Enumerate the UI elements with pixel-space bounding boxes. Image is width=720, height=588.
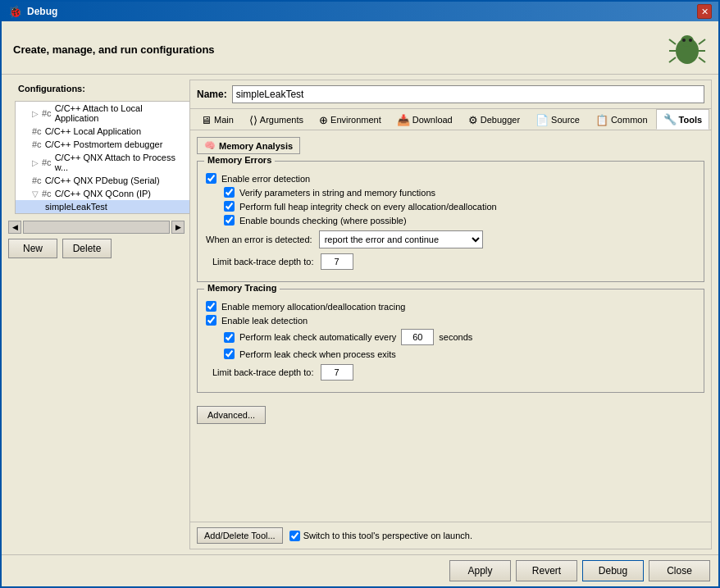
apply-button[interactable]: Apply [449, 560, 511, 581]
title-bar: 🐞 Debug ✕ [2, 2, 718, 21]
svg-line-6 [669, 57, 676, 62]
sidebar-item-local-app[interactable]: #c C/C++ Local Application [16, 125, 190, 138]
memory-analysis-label: Memory Analysis [219, 141, 293, 151]
window-header: Create, manage, and run configurations [2, 21, 718, 75]
bounds-check-label: Enable bounds checking (where possible) [239, 216, 407, 226]
configurations-list[interactable]: ▷ #c C/C++ Attach to Local Application #… [15, 101, 191, 214]
tracing-backtrace-input[interactable] [321, 364, 353, 381]
right-panel: Name: 🖥 Main ⟨⟩ Arguments ⊕ Environment [189, 80, 712, 549]
tab-tools[interactable]: 🔧 Tools [656, 109, 710, 130]
revert-button[interactable]: Revert [516, 560, 577, 581]
name-label: Name: [197, 89, 227, 100]
sidebar-item-qnx-pdebug[interactable]: #c C/C++ QNX PDebug (Serial) [16, 174, 190, 187]
full-heap-checkbox[interactable] [224, 201, 235, 212]
debug-window: 🐞 Debug ✕ Create, manage, and run config… [0, 0, 720, 588]
source-icon: 📄 [535, 114, 549, 126]
backtrace-depth-input[interactable] [321, 253, 353, 270]
tab-arguments[interactable]: ⟨⟩ Arguments [242, 109, 311, 130]
sidebar-item-qnx-attach[interactable]: ▷ #c C/C++ QNX Attach to Process w... [16, 151, 190, 174]
sidebar-item-simpleleaktest[interactable]: simpleLeakTest [16, 200, 190, 213]
sidebar-item-label: C/C++ Postmortem debugger [45, 139, 163, 149]
tab-label: Arguments [260, 115, 303, 125]
expand-icon: ▷ [32, 158, 39, 167]
item-marker: #c [32, 139, 42, 149]
full-heap-label: Perform full heap integrity check on eve… [239, 202, 497, 212]
switch-checkbox[interactable] [289, 531, 300, 541]
bounds-check-checkbox[interactable] [224, 215, 235, 226]
leak-check-auto-checkbox[interactable] [224, 332, 235, 343]
tabs-bar: 🖥 Main ⟨⟩ Arguments ⊕ Environment 📥 Down… [190, 109, 711, 130]
enable-leak-checkbox[interactable] [206, 315, 216, 326]
leak-check-exit-label: Perform leak check when process exits [239, 349, 396, 359]
verify-params-label: Verify parameters in string and memory f… [239, 188, 435, 198]
tab-debugger[interactable]: ⚙ Debugger [461, 109, 527, 130]
leak-check-exit-checkbox[interactable] [224, 349, 235, 359]
sidebar-item-label: C/C++ QNX Attach to Process w... [55, 153, 187, 172]
enable-tracing-label: Enable memory allocation/deallocation tr… [221, 302, 405, 312]
memory-analysis-tab[interactable]: 🧠 Memory Analysis [197, 137, 300, 154]
tracing-backtrace-label: Limit back-trace depth to: [206, 367, 314, 377]
item-marker: #c [42, 189, 52, 198]
memory-tracing-section: Memory Tracing Enable memory allocation/… [197, 289, 704, 393]
close-window-button[interactable]: ✕ [697, 4, 712, 19]
enable-leak-label: Enable leak detection [221, 316, 308, 326]
scrollbar[interactable] [23, 221, 170, 234]
leak-check-auto-row: Perform leak check automatically every s… [206, 329, 695, 345]
svg-line-7 [699, 57, 705, 62]
leak-seconds-input[interactable] [401, 329, 434, 345]
new-delete-row: New Delete [8, 235, 185, 262]
main-content: Configurations: ▷ #c C/C++ Attach to Loc… [2, 75, 718, 554]
advanced-button[interactable]: Advanced... [197, 406, 266, 424]
sidebar-item-postmortem[interactable]: #c C/C++ Postmortem debugger [16, 138, 190, 151]
tab-label: Environment [330, 115, 381, 125]
tools-icon: 🔧 [663, 113, 677, 125]
memory-tracing-title: Memory Tracing [204, 283, 280, 293]
enable-error-detection-checkbox[interactable] [206, 173, 216, 184]
footer: Apply Revert Debug Close [2, 554, 718, 586]
sidebar-item-label: simpleLeakTest [45, 202, 107, 212]
tracing-backtrace-row: Limit back-trace depth to: [206, 364, 695, 381]
enable-error-detection-label: Enable error detection [221, 174, 310, 184]
scroll-left-button[interactable]: ◀ [8, 221, 21, 234]
sidebar-item-qnx-qconn[interactable]: ▽ #c C/C++ QNX QConn (IP) [16, 187, 190, 200]
leak-check-auto-label: Perform leak check automatically every [239, 332, 396, 342]
tab-label: Tools [679, 115, 703, 125]
close-button[interactable]: Close [649, 560, 710, 581]
name-input[interactable] [232, 85, 704, 103]
verify-params-row: Verify parameters in string and memory f… [206, 187, 695, 198]
tab-common[interactable]: 📋 Common [588, 109, 655, 130]
item-marker: #c [42, 108, 52, 118]
enable-leak-row: Enable leak detection [206, 315, 695, 326]
tab-label: Common [611, 115, 648, 125]
new-button[interactable]: New [8, 239, 57, 258]
tab-label: Download [412, 115, 453, 125]
switch-label-row[interactable]: Switch to this tool's perspective on lau… [289, 531, 472, 541]
error-detected-select[interactable]: report the error and continue abort the … [319, 230, 483, 248]
expand-icon: ▽ [32, 189, 39, 198]
delete-button[interactable]: Delete [62, 239, 112, 258]
bug-icon [668, 30, 707, 69]
scroll-right-button[interactable]: ▶ [171, 221, 185, 234]
item-marker: #c [32, 175, 42, 185]
verify-params-checkbox[interactable] [224, 187, 235, 198]
backtrace-label: Limit back-trace depth to: [206, 257, 314, 267]
leak-seconds-suffix: seconds [439, 332, 472, 342]
tab-label: Debugger [481, 115, 520, 125]
tab-download[interactable]: 📥 Download [390, 109, 460, 130]
header-title: Create, manage, and run configurations [13, 43, 215, 56]
bottom-toolbar: Add/Delete Tool... Switch to this tool's… [190, 522, 711, 549]
download-icon: 📥 [397, 114, 410, 126]
tab-source[interactable]: 📄 Source [528, 109, 587, 130]
main-icon: 🖥 [201, 114, 212, 126]
item-marker: #c [32, 126, 42, 136]
sidebar-item-attach-local[interactable]: ▷ #c C/C++ Attach to Local Application [16, 102, 190, 125]
tab-main[interactable]: 🖥 Main [194, 109, 241, 130]
enable-error-detection-row: Enable error detection [206, 173, 695, 184]
full-heap-row: Perform full heap integrity check on eve… [206, 201, 695, 212]
add-delete-tool-button[interactable]: Add/Delete Tool... [197, 527, 283, 544]
enable-tracing-checkbox[interactable] [206, 301, 216, 312]
tab-environment[interactable]: ⊕ Environment [312, 109, 389, 130]
debug-button[interactable]: Debug [582, 560, 644, 581]
debugger-icon: ⚙ [468, 114, 478, 126]
tab-label: Source [551, 115, 580, 125]
